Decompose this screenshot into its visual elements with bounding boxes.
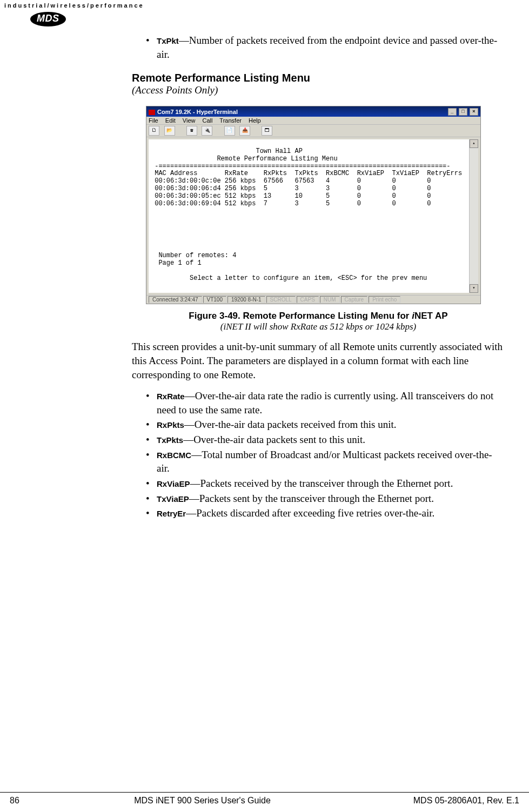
page-number: 86 [0, 796, 48, 806]
window-title: Com7 19.2K - HyperTerminal [149, 109, 238, 115]
status-settings: 19200 8-N-1 [227, 296, 265, 303]
caption-suffix: NET AP [414, 311, 448, 321]
disconnect-icon[interactable]: 🔌 [202, 126, 212, 136]
status-num: NUM [320, 296, 340, 303]
minimize-icon[interactable]: _ [448, 108, 457, 116]
param-term: RxViaEP [157, 479, 190, 488]
list-item: TxViaEP—Packets sent by the transceiver … [146, 492, 505, 506]
status-caps: CAPS [297, 296, 319, 303]
param-description: —Over-the-air data packets received from… [184, 419, 397, 430]
menu-call[interactable]: Call [203, 117, 213, 124]
connect-icon[interactable]: ☎ [186, 126, 197, 136]
menu-help[interactable]: Help [249, 117, 261, 124]
window-titlebar[interactable]: Com7 19.2K - HyperTerminal _ □ × [146, 106, 480, 117]
page-footer: 86 MDS iNET 900 Series User's Guide MDS … [0, 792, 529, 806]
list-item: RetryEr—Packets discarded after exceedin… [146, 506, 505, 520]
terminal-body[interactable]: Town Hall AP Remote Performance Listing … [149, 139, 469, 293]
hyperterminal-window: Com7 19.2K - HyperTerminal _ □ × File Ed… [146, 106, 481, 304]
status-capture: Capture [341, 296, 368, 303]
open-icon[interactable]: 📂 [164, 126, 175, 136]
menu-file[interactable]: File [149, 117, 158, 124]
vertical-scrollbar[interactable]: ▴ ▾ [469, 139, 478, 293]
param-term: TxPkt [157, 36, 179, 45]
list-item: TxPkts—Over-the-air data packets sent to… [146, 433, 505, 447]
receive-icon[interactable]: 📥 [239, 126, 250, 136]
status-scroll: SCROLL [266, 296, 296, 303]
param-term: RxRate [157, 392, 185, 401]
param-description: —Over-the-air data packets sent to this … [183, 434, 365, 445]
section-heading: Remote Performance Listing Menu [132, 72, 505, 84]
param-description: —Total number of Broadcast and/or Multic… [157, 449, 492, 474]
page-header: industrial/wireless/performance MDS [0, 0, 529, 29]
parameter-list: RxRate—Over-the-air data rate the radio … [146, 389, 505, 520]
figure-caption-sub: (iNET II will show RxRate as 512 kbps or… [132, 321, 505, 332]
list-item: RxBCMC—Total number of Broadcast and/or … [146, 448, 505, 475]
properties-icon[interactable]: 🗔 [262, 126, 272, 136]
window-controls: _ □ × [447, 108, 478, 116]
close-icon[interactable]: × [470, 108, 478, 116]
body-paragraph: This screen provides a unit-by-unit summ… [132, 340, 505, 381]
brand-tagline: industrial/wireless/performance [4, 2, 525, 9]
menu-bar: File Edit View Call Transfer Help [146, 117, 480, 125]
param-description: —Packets discarded after exceeding five … [186, 507, 434, 519]
footer-title: MDS iNET 900 Series User's Guide [48, 796, 357, 806]
param-term: RetryEr [157, 509, 186, 518]
menu-view[interactable]: View [183, 117, 196, 124]
status-connected: Connected 3:24:47 [149, 296, 202, 303]
main-content: TxPkt—Number of packets received from th… [132, 33, 505, 530]
param-term: TxViaEP [157, 494, 189, 504]
page: industrial/wireless/performance MDS TxPk… [0, 0, 529, 812]
scroll-down-icon[interactable]: ▾ [470, 284, 478, 293]
scroll-up-icon[interactable]: ▴ [470, 139, 478, 148]
list-item: RxViaEP—Packets received by the transcei… [146, 477, 505, 491]
status-echo: Print echo [369, 296, 400, 303]
figure-screenshot: Com7 19.2K - HyperTerminal _ □ × File Ed… [146, 106, 481, 304]
new-icon[interactable]: 🗋 [149, 126, 159, 136]
logo-text: MDS [30, 12, 66, 26]
brand-logo: MDS [30, 12, 525, 26]
caption-prefix: Figure 3-49. Remote Performance Listing … [189, 311, 412, 321]
param-term: RxBCMC [157, 451, 191, 460]
menu-transfer[interactable]: Transfer [219, 117, 242, 124]
param-description: —Number of packets received from the end… [157, 35, 497, 60]
figure-caption: Figure 3-49. Remote Performance Listing … [132, 311, 505, 321]
param-description: —Over-the-air data rate the radio is cur… [157, 390, 493, 415]
param-term: RxPkts [157, 420, 184, 430]
section-subtitle: (Access Points Only) [132, 84, 505, 96]
list-item: RxPkts—Over-the-air data packets receive… [146, 418, 505, 432]
param-term: TxPkts [157, 435, 183, 445]
param-description: —Packets received by the transceiver thr… [190, 478, 453, 489]
status-bar: Connected 3:24:47 VT100 19200 8-N-1 SCRO… [146, 295, 480, 304]
list-item: RxRate—Over-the-air data rate the radio … [146, 389, 505, 417]
maximize-icon[interactable]: □ [459, 108, 467, 116]
send-icon[interactable]: 📄 [224, 126, 235, 136]
status-emulation: VT100 [203, 296, 226, 303]
toolbar: 🗋 📂 ☎ 🔌 📄 📥 🗔 [146, 125, 480, 137]
intro-bullet-list: TxPkt—Number of packets received from th… [146, 33, 505, 61]
list-item: TxPkt—Number of packets received from th… [146, 33, 505, 61]
param-description: —Packets sent by the transceiver through… [189, 493, 434, 504]
menu-edit[interactable]: Edit [165, 117, 176, 124]
footer-revision: MDS 05-2806A01, Rev. E.1 [357, 796, 529, 806]
